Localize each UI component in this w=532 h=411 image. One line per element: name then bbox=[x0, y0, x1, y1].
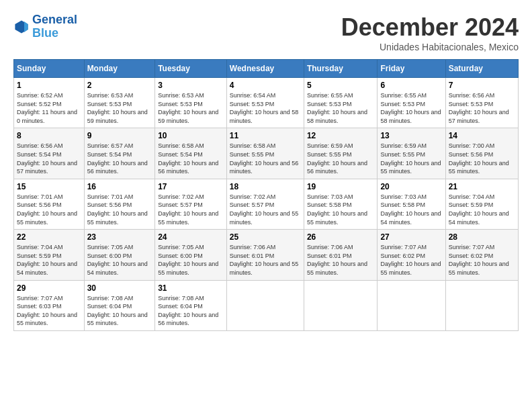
calendar-cell: 7Sunrise: 6:56 AMSunset: 5:53 PMDaylight… bbox=[445, 78, 518, 128]
day-info: Sunrise: 7:08 AMSunset: 6:04 PMDaylight:… bbox=[87, 294, 152, 328]
day-info: Sunrise: 7:06 AMSunset: 6:01 PMDaylight:… bbox=[307, 243, 374, 277]
logo-icon bbox=[13, 19, 30, 35]
day-info: Sunrise: 6:59 AMSunset: 5:55 PMDaylight:… bbox=[307, 142, 374, 175]
day-info: Sunrise: 7:04 AMSunset: 5:59 PMDaylight:… bbox=[449, 193, 515, 226]
day-info: Sunrise: 7:01 AMSunset: 5:56 PMDaylight:… bbox=[87, 193, 152, 226]
calendar-cell bbox=[445, 280, 518, 330]
day-info: Sunrise: 6:58 AMSunset: 5:54 PMDaylight:… bbox=[158, 142, 224, 175]
day-info: Sunrise: 7:07 AMSunset: 6:03 PMDaylight:… bbox=[17, 294, 81, 328]
day-number: 29 bbox=[17, 283, 81, 293]
calendar-cell: 28Sunrise: 7:07 AMSunset: 6:02 PMDayligh… bbox=[445, 230, 518, 280]
day-info: Sunrise: 6:58 AMSunset: 5:55 PMDaylight:… bbox=[230, 142, 301, 175]
day-info: Sunrise: 6:57 AMSunset: 5:54 PMDaylight:… bbox=[87, 142, 152, 175]
day-header-thursday: Thursday bbox=[304, 60, 377, 78]
calendar-cell: 23Sunrise: 7:05 AMSunset: 6:00 PMDayligh… bbox=[84, 230, 155, 280]
calendar-cell: 17Sunrise: 7:02 AMSunset: 5:57 PMDayligh… bbox=[155, 179, 227, 229]
calendar-cell: 12Sunrise: 6:59 AMSunset: 5:55 PMDayligh… bbox=[304, 128, 377, 179]
day-number: 8 bbox=[17, 131, 81, 140]
calendar-cell: 30Sunrise: 7:08 AMSunset: 6:04 PMDayligh… bbox=[84, 280, 155, 330]
day-number: 3 bbox=[158, 81, 224, 90]
calendar-cell: 18Sunrise: 7:02 AMSunset: 5:57 PMDayligh… bbox=[226, 179, 304, 229]
svg-marker-1 bbox=[24, 21, 28, 32]
day-info: Sunrise: 7:07 AMSunset: 6:02 PMDaylight:… bbox=[380, 243, 442, 277]
day-header-friday: Friday bbox=[378, 60, 445, 78]
calendar-week-row: 29Sunrise: 7:07 AMSunset: 6:03 PMDayligh… bbox=[14, 280, 519, 330]
day-header-saturday: Saturday bbox=[445, 60, 518, 78]
calendar-cell: 2Sunrise: 6:53 AMSunset: 5:53 PMDaylight… bbox=[84, 78, 155, 128]
day-number: 12 bbox=[307, 131, 374, 140]
day-info: Sunrise: 7:05 AMSunset: 6:00 PMDaylight:… bbox=[87, 243, 152, 277]
day-info: Sunrise: 6:53 AMSunset: 5:53 PMDaylight:… bbox=[158, 91, 224, 125]
logo: General Blue bbox=[13, 13, 77, 40]
day-number: 14 bbox=[449, 131, 515, 140]
calendar-cell: 27Sunrise: 7:07 AMSunset: 6:02 PMDayligh… bbox=[378, 230, 445, 280]
day-info: Sunrise: 7:02 AMSunset: 5:57 PMDaylight:… bbox=[158, 193, 224, 226]
day-number: 15 bbox=[17, 182, 81, 191]
day-info: Sunrise: 6:56 AMSunset: 5:53 PMDaylight:… bbox=[449, 91, 515, 125]
calendar-week-row: 1Sunrise: 6:52 AMSunset: 5:52 PMDaylight… bbox=[14, 78, 519, 128]
day-info: Sunrise: 7:04 AMSunset: 5:59 PMDaylight:… bbox=[17, 243, 81, 277]
day-number: 4 bbox=[230, 81, 301, 90]
calendar-cell: 15Sunrise: 7:01 AMSunset: 5:56 PMDayligh… bbox=[14, 179, 85, 229]
day-number: 27 bbox=[380, 232, 442, 242]
day-header-sunday: Sunday bbox=[14, 60, 85, 78]
day-number: 19 bbox=[307, 182, 374, 191]
calendar-cell: 9Sunrise: 6:57 AMSunset: 5:54 PMDaylight… bbox=[84, 128, 155, 179]
day-number: 20 bbox=[380, 182, 442, 191]
calendar-cell: 8Sunrise: 6:56 AMSunset: 5:54 PMDaylight… bbox=[14, 128, 85, 179]
calendar-cell: 24Sunrise: 7:05 AMSunset: 6:00 PMDayligh… bbox=[155, 230, 227, 280]
day-number: 5 bbox=[307, 81, 374, 90]
day-number: 16 bbox=[87, 182, 152, 191]
calendar-cell: 14Sunrise: 7:00 AMSunset: 5:56 PMDayligh… bbox=[445, 128, 518, 179]
day-info: Sunrise: 7:03 AMSunset: 5:58 PMDaylight:… bbox=[307, 193, 374, 226]
day-number: 24 bbox=[158, 232, 224, 242]
logo-text: General Blue bbox=[32, 13, 77, 40]
header-area: General Blue December 2024 Unidades Habi… bbox=[13, 13, 519, 52]
day-info: Sunrise: 6:59 AMSunset: 5:55 PMDaylight:… bbox=[380, 142, 442, 175]
day-number: 6 bbox=[380, 81, 442, 90]
calendar-cell bbox=[226, 280, 304, 330]
calendar-cell: 6Sunrise: 6:55 AMSunset: 5:53 PMDaylight… bbox=[378, 78, 445, 128]
calendar-cell: 10Sunrise: 6:58 AMSunset: 5:54 PMDayligh… bbox=[155, 128, 227, 179]
month-title: December 2024 bbox=[341, 13, 519, 42]
calendar-cell: 22Sunrise: 7:04 AMSunset: 5:59 PMDayligh… bbox=[14, 230, 85, 280]
day-info: Sunrise: 7:01 AMSunset: 5:56 PMDaylight:… bbox=[17, 193, 81, 226]
calendar-cell: 16Sunrise: 7:01 AMSunset: 5:56 PMDayligh… bbox=[84, 179, 155, 229]
day-header-monday: Monday bbox=[84, 60, 155, 78]
calendar-cell: 21Sunrise: 7:04 AMSunset: 5:59 PMDayligh… bbox=[445, 179, 518, 229]
day-info: Sunrise: 7:08 AMSunset: 6:04 PMDaylight:… bbox=[158, 294, 224, 328]
day-number: 18 bbox=[230, 182, 301, 191]
subtitle: Unidades Habitacionales, Mexico bbox=[341, 42, 519, 52]
calendar-week-row: 15Sunrise: 7:01 AMSunset: 5:56 PMDayligh… bbox=[14, 179, 519, 229]
calendar-cell bbox=[378, 280, 445, 330]
calendar-cell: 31Sunrise: 7:08 AMSunset: 6:04 PMDayligh… bbox=[155, 280, 227, 330]
day-info: Sunrise: 7:05 AMSunset: 6:00 PMDaylight:… bbox=[158, 243, 224, 277]
day-number: 26 bbox=[307, 232, 374, 242]
day-info: Sunrise: 7:02 AMSunset: 5:57 PMDaylight:… bbox=[230, 193, 301, 226]
calendar-cell: 1Sunrise: 6:52 AMSunset: 5:52 PMDaylight… bbox=[14, 78, 85, 128]
calendar-cell: 19Sunrise: 7:03 AMSunset: 5:58 PMDayligh… bbox=[304, 179, 377, 229]
day-number: 28 bbox=[449, 232, 515, 242]
calendar-header-row: SundayMondayTuesdayWednesdayThursdayFrid… bbox=[14, 60, 519, 78]
calendar-cell: 13Sunrise: 6:59 AMSunset: 5:55 PMDayligh… bbox=[378, 128, 445, 179]
day-info: Sunrise: 6:55 AMSunset: 5:53 PMDaylight:… bbox=[307, 91, 374, 125]
calendar-body: 1Sunrise: 6:52 AMSunset: 5:52 PMDaylight… bbox=[14, 78, 519, 331]
day-number: 31 bbox=[158, 283, 224, 293]
calendar-cell: 3Sunrise: 6:53 AMSunset: 5:53 PMDaylight… bbox=[155, 78, 227, 128]
calendar-table: SundayMondayTuesdayWednesdayThursdayFrid… bbox=[13, 59, 519, 331]
day-info: Sunrise: 6:55 AMSunset: 5:53 PMDaylight:… bbox=[380, 91, 442, 125]
calendar-week-row: 8Sunrise: 6:56 AMSunset: 5:54 PMDaylight… bbox=[14, 128, 519, 179]
day-number: 23 bbox=[87, 232, 152, 242]
calendar-cell: 4Sunrise: 6:54 AMSunset: 5:53 PMDaylight… bbox=[226, 78, 304, 128]
day-number: 10 bbox=[158, 131, 224, 140]
day-number: 11 bbox=[230, 131, 301, 140]
day-number: 2 bbox=[87, 81, 152, 90]
day-info: Sunrise: 6:56 AMSunset: 5:54 PMDaylight:… bbox=[17, 142, 81, 175]
day-header-tuesday: Tuesday bbox=[155, 60, 227, 78]
day-number: 9 bbox=[87, 131, 152, 140]
day-info: Sunrise: 7:00 AMSunset: 5:56 PMDaylight:… bbox=[449, 142, 515, 175]
calendar-week-row: 22Sunrise: 7:04 AMSunset: 5:59 PMDayligh… bbox=[14, 230, 519, 280]
day-info: Sunrise: 6:52 AMSunset: 5:52 PMDaylight:… bbox=[17, 91, 81, 125]
day-number: 13 bbox=[380, 131, 442, 140]
calendar-cell: 5Sunrise: 6:55 AMSunset: 5:53 PMDaylight… bbox=[304, 78, 377, 128]
